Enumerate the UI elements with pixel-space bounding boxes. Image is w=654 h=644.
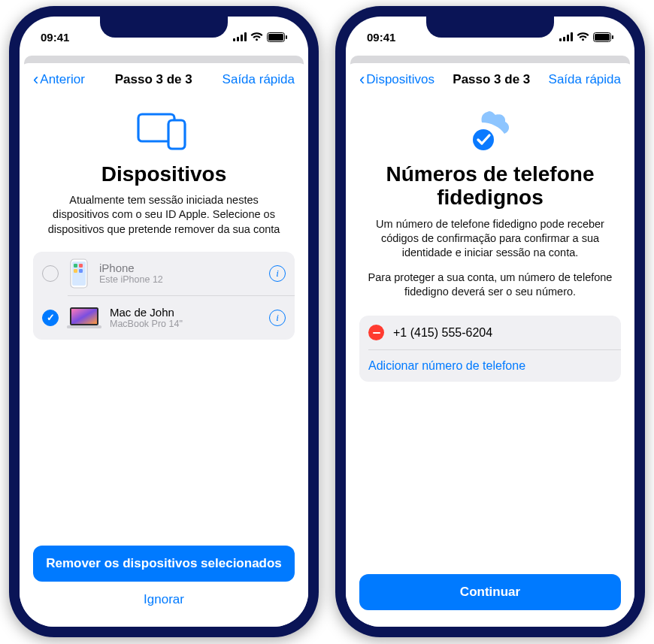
nav-title: Passo 3 de 3 [115,72,192,87]
svg-rect-8 [168,120,185,149]
svg-rect-5 [268,34,283,41]
remove-devices-button[interactable]: Remover os dispositivos selecionados [33,546,295,582]
screen: 09:41 ‹ Anterior Passo 3 de 3 [20,17,308,627]
devices-hero-icon [33,110,295,155]
page-note: Para proteger a sua conta, um número de … [359,271,621,299]
device-sublabel: Este iPhone 12 [99,274,262,285]
device-meta: iPhone Este iPhone 12 [99,262,262,285]
svg-rect-11 [74,264,77,268]
device-sublabel: MacBook Pro 14" [110,319,262,329]
svg-rect-2 [241,35,243,41]
svg-rect-18 [559,38,562,41]
back-label: Anterior [40,72,85,87]
phone-number-row[interactable]: +1 (415) 555-6204 [359,316,621,349]
chevron-left-icon: ‹ [33,71,38,88]
svg-rect-14 [79,269,83,273]
notch [100,17,228,38]
status-time: 09:41 [41,31,69,44]
svg-rect-13 [74,269,77,273]
add-phone-number-label: Adicionar número de telefone [368,359,525,373]
phone-number-value: +1 (415) 555-6204 [393,326,492,340]
battery-icon [267,32,287,42]
wifi-icon [577,32,589,41]
battery-icon [593,32,613,42]
svg-rect-23 [595,34,610,41]
svg-rect-20 [567,35,569,41]
nav-title: Passo 3 de 3 [453,72,530,87]
svg-rect-12 [79,264,83,268]
device-name: iPhone [99,262,262,274]
svg-rect-21 [571,32,573,41]
iphone-icon [66,259,92,289]
wifi-icon [250,32,263,41]
status-time: 09:41 [367,31,395,44]
device-list: iPhone Este iPhone 12 i [33,252,295,340]
phone-frame-right: 09:41 ‹ Dispositivos Passo 3 [335,6,645,637]
svg-rect-1 [237,37,239,41]
quick-exit-button[interactable]: Saída rápida [223,72,295,87]
device-checkbox[interactable] [42,265,59,282]
cellular-icon [559,32,573,41]
nav-bar: ‹ Anterior Passo 3 de 3 Saída rápida [33,63,295,96]
svg-rect-24 [612,35,613,39]
back-button[interactable]: ‹ Dispositivos [359,71,434,88]
back-button[interactable]: ‹ Anterior [33,71,85,88]
device-meta: Mac de John MacBook Pro 14" [110,306,262,329]
status-indicators [233,32,287,42]
sheet: ‹ Dispositivos Passo 3 de 3 Saída rápida… [346,63,634,627]
add-phone-number-button[interactable]: Adicionar número de telefone [359,350,621,382]
sheet: ‹ Anterior Passo 3 de 3 Saída rápida Dis… [20,63,308,627]
nav-bar: ‹ Dispositivos Passo 3 de 3 Saída rápida [359,63,621,96]
notch [426,17,554,38]
skip-button[interactable]: Ignorar [33,582,295,610]
cellular-icon [233,32,247,41]
page-subtitle: Atualmente tem sessão iniciada nestes di… [33,193,295,236]
device-row[interactable]: iPhone Este iPhone 12 i [33,252,295,295]
svg-rect-0 [233,38,235,41]
info-icon[interactable]: i [269,310,286,326]
back-label: Dispositivos [366,72,434,87]
remove-number-icon[interactable] [368,325,384,340]
status-indicators [559,32,613,42]
phone-frame-left: 09:41 ‹ Anterior Passo 3 de 3 [9,6,319,637]
info-icon[interactable]: i [269,265,286,282]
macbook-icon [66,305,102,331]
quick-exit-button[interactable]: Saída rápida [549,72,621,87]
continue-button[interactable]: Continuar [359,574,621,610]
trusted-number-hero-icon [359,110,621,155]
chevron-left-icon: ‹ [359,71,365,88]
svg-rect-6 [286,35,287,39]
svg-rect-19 [563,37,565,41]
svg-rect-3 [244,32,247,41]
device-name: Mac de John [110,306,262,319]
screen: 09:41 ‹ Dispositivos Passo 3 [346,17,634,627]
page-subtitle: Um número de telefone fidedigno pode rec… [359,217,621,260]
svg-rect-17 [67,325,101,328]
page-title: Dispositivos [33,162,295,186]
phone-number-list: +1 (415) 555-6204 Adicionar número de te… [359,316,621,382]
device-row[interactable]: Mac de John MacBook Pro 14" i [33,296,295,340]
page-title: Números de telefone fidedignos [359,162,621,210]
svg-point-25 [473,129,494,150]
device-checkbox[interactable] [42,310,59,326]
